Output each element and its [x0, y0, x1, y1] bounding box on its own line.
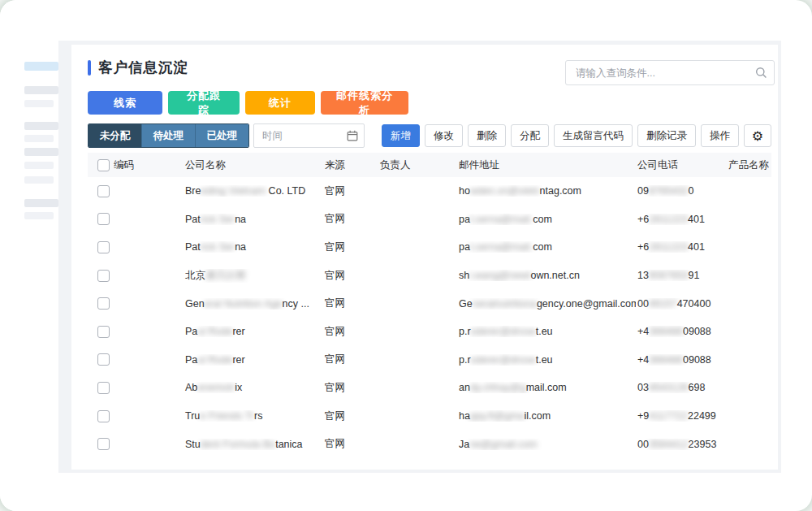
source-cell: 官网	[323, 409, 378, 423]
skeleton-bar	[24, 62, 58, 71]
add-button[interactable]: 新增	[382, 124, 420, 147]
row-checkbox[interactable]	[97, 213, 110, 225]
phone-cell: +436648809088	[636, 354, 727, 366]
company-cell: Paul Roderer	[184, 326, 323, 337]
table-row: Breeding Vietnam Co. LTD官网howden.vn@viet…	[88, 177, 771, 206]
table-row: True Friends Trrs官网happy.ft@gmail.com+94…	[88, 402, 771, 431]
skeleton-bar	[24, 122, 58, 130]
row-checkbox[interactable]	[97, 382, 110, 394]
action-buttons: 新增 修改 删除 分配 生成留言代码 删除记录 操作 ⚙	[382, 124, 771, 147]
skeleton-bar	[24, 100, 54, 107]
company-cell: 北京康贝尔斯	[184, 269, 323, 283]
company-cell: General Nutrition Agency ...	[184, 298, 323, 310]
skeleton-bar	[24, 86, 58, 94]
column-header-owner: 负责人	[378, 158, 457, 172]
app-window: 客户信息沉淀 线索 分配跟踪 统计 邮件线索分析 未分配 待处理 已处理	[0, 0, 812, 511]
email-cell: Generalnutritionagency.one@gmail.com	[457, 298, 636, 310]
table-row: Student Formula Botanica官网Jane@gmail.com…	[88, 430, 771, 458]
source-cell: 官网	[323, 437, 378, 451]
source-cell: 官网	[323, 353, 378, 366]
phone-cell: 034543126698	[636, 382, 727, 393]
table-row: Paul Roderer官网p.roderer@droset.eu+436648…	[88, 346, 771, 375]
row-checkbox[interactable]	[97, 241, 110, 253]
date-filter	[253, 123, 365, 148]
sidebar-skeleton	[0, 0, 58, 511]
company-cell: Abenemotrix	[184, 382, 323, 393]
skeleton-bar	[24, 162, 54, 169]
main-card: 客户信息沉淀 线索 分配跟踪 统计 邮件线索分析 未分配 待处理 已处理	[71, 45, 778, 470]
company-cell: Patrick Serna	[184, 214, 323, 225]
generate-message-code-button[interactable]: 生成留言代码	[554, 124, 633, 147]
source-cell: 官网	[323, 381, 378, 395]
email-cell: happy.ft@gmail.com	[457, 410, 636, 422]
table-row: General Nutrition Agency ...官网Generalnut…	[88, 289, 771, 318]
title-accent-bar	[88, 60, 91, 76]
select-all-checkbox[interactable]	[97, 159, 110, 171]
assign-button[interactable]: 分配	[511, 124, 549, 147]
delete-records-button[interactable]: 删除记录	[637, 124, 696, 147]
table-row: 北京康贝尔斯官网shi.wang@newtown.net.cn139087653…	[88, 262, 771, 290]
table-body: Breeding Vietnam Co. LTD官网howden.vn@viet…	[88, 177, 771, 458]
phone-cell: 00358441223953	[636, 439, 727, 450]
email-cell: pat.serna@mail.com	[457, 241, 636, 253]
operations-button[interactable]: 操作	[701, 124, 739, 147]
source-cell: 官网	[323, 184, 378, 198]
tab-statistics[interactable]: 统计	[245, 91, 315, 115]
table-row: Paul Roderer官网p.roderer@droset.eu+436648…	[88, 318, 771, 346]
segment-unassigned[interactable]: 未分配	[89, 124, 142, 147]
skeleton-bar	[24, 176, 54, 184]
phone-cell: +62811223401	[636, 241, 727, 253]
email-cell: howden.vn@vietnntag.com	[457, 185, 636, 197]
row-checkbox[interactable]	[97, 410, 110, 422]
edit-button[interactable]: 修改	[425, 124, 463, 147]
calendar-icon	[347, 130, 358, 141]
page-header: 客户信息沉淀	[88, 58, 188, 77]
search-input[interactable]	[565, 60, 775, 85]
row-checkbox[interactable]	[97, 270, 110, 282]
column-header-source: 来源	[323, 158, 378, 172]
source-cell: 官网	[323, 240, 378, 254]
company-cell: Breeding Vietnam Co. LTD	[184, 185, 323, 197]
skeleton-bar	[24, 148, 58, 156]
email-cell: shi.wang@newtown.net.cn	[457, 270, 636, 281]
column-header-code: 编码	[112, 158, 184, 172]
row-checkbox[interactable]	[97, 185, 110, 197]
segment-processed[interactable]: 已处理	[196, 124, 248, 147]
row-checkbox[interactable]	[97, 297, 110, 310]
settings-button[interactable]: ⚙	[744, 124, 771, 147]
column-header-product: 产品名称	[727, 158, 771, 172]
page-title: 客户信息沉淀	[98, 58, 188, 77]
company-cell: Student Formula Botanica	[184, 439, 323, 450]
row-checkbox[interactable]	[97, 326, 110, 338]
email-cell: pat.serna@mail.com	[457, 214, 636, 225]
phone-cell: +9411772222499	[636, 410, 727, 422]
delete-button[interactable]: 删除	[468, 124, 506, 147]
source-cell: 官网	[323, 212, 378, 226]
phone-cell: +436648809088	[636, 326, 727, 337]
tab-assign-tracking[interactable]: 分配跟踪	[168, 91, 240, 115]
table-row: Patrick Serna官网pat.serna@mail.com+628112…	[88, 233, 771, 262]
phone-cell: 13908765391	[636, 270, 727, 281]
company-cell: Paul Roderer	[184, 354, 323, 366]
source-cell: 官网	[323, 325, 378, 339]
segment-pending[interactable]: 待处理	[142, 124, 196, 147]
column-header-email: 邮件地址	[457, 158, 636, 172]
company-cell: True Friends Trrs	[184, 410, 323, 422]
search-icon	[755, 67, 767, 79]
tab-leads[interactable]: 线索	[88, 91, 162, 115]
search-box	[565, 60, 775, 85]
source-cell: 官网	[323, 269, 378, 283]
row-checkbox[interactable]	[97, 438, 110, 450]
table-row: Abenemotrix官网andy.chhay@gmail.com0345431…	[88, 374, 771, 402]
table-row: Patrick Serna官网pat.serna@mail.com+628112…	[88, 206, 771, 234]
row-checkbox[interactable]	[97, 353, 110, 366]
skeleton-bar	[24, 135, 54, 142]
email-cell: andy.chhay@gmail.com	[457, 382, 636, 393]
tab-email-lead-analysis[interactable]: 邮件线索分析	[321, 91, 408, 115]
filter-toolbar: 未分配 待处理 已处理 新增 修改 删除 分配 生成留言代码 删除记录	[88, 123, 771, 148]
email-cell: p.roderer@droset.eu	[457, 326, 636, 337]
module-tabs: 线索 分配跟踪 统计 邮件线索分析	[88, 91, 408, 115]
skeleton-bar	[24, 212, 54, 219]
column-header-phone: 公司电话	[636, 158, 727, 172]
column-header-company: 公司名称	[184, 158, 323, 172]
